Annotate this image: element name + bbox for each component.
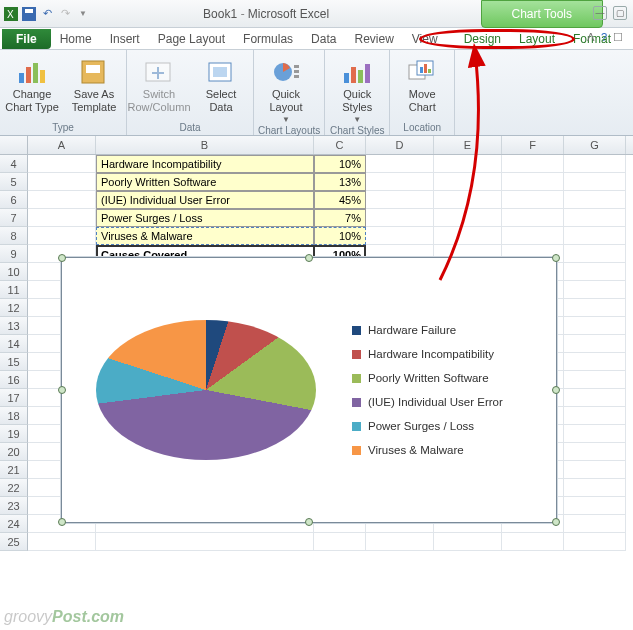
row-header[interactable]: 9 [0,245,28,263]
cell[interactable] [434,173,502,191]
cell[interactable] [564,461,626,479]
cell[interactable] [564,515,626,533]
cell[interactable] [28,209,96,227]
row-header[interactable]: 6 [0,191,28,209]
cell[interactable] [502,155,564,173]
cell[interactable] [502,209,564,227]
col-header-c[interactable]: C [314,136,366,154]
cell[interactable] [564,227,626,245]
row-header[interactable]: 11 [0,281,28,299]
tab-file[interactable]: File [2,29,51,49]
cell[interactable] [434,227,502,245]
col-header-g[interactable]: G [564,136,626,154]
minimize-button[interactable]: — [593,6,607,20]
cell[interactable]: (IUE) Individual User Error [96,191,314,209]
cell[interactable] [502,191,564,209]
cell[interactable] [564,155,626,173]
row-header[interactable]: 18 [0,407,28,425]
cell[interactable] [502,533,564,551]
legend-item[interactable]: Viruses & Malware [352,438,503,462]
cell[interactable] [434,533,502,551]
legend-item[interactable]: (IUE) Individual User Error [352,390,503,414]
cell[interactable]: 45% [314,191,366,209]
legend-item[interactable]: Hardware Incompatibility [352,342,503,366]
cell[interactable] [564,281,626,299]
cell[interactable]: Power Surges / Loss [96,209,314,227]
cell[interactable] [564,443,626,461]
col-header-e[interactable]: E [434,136,502,154]
qat-dropdown-icon[interactable]: ▼ [76,7,90,21]
undo-icon[interactable]: ↶ [40,7,54,21]
row-header[interactable]: 4 [0,155,28,173]
cell[interactable] [366,533,434,551]
cell[interactable] [314,533,366,551]
worksheet[interactable]: A B C D E F G 4Hardware Incompatibility1… [0,136,633,551]
select-data-button[interactable]: Select Data [193,52,249,121]
row-header[interactable]: 15 [0,353,28,371]
col-header-d[interactable]: D [366,136,434,154]
cell[interactable] [564,317,626,335]
window-close-icon[interactable]: ☐ [613,31,623,44]
save-as-template-button[interactable]: Save As Template [66,52,122,121]
row-header[interactable]: 24 [0,515,28,533]
chart-legend[interactable]: Hardware FailureHardware Incompatibility… [352,318,503,462]
restore-button[interactable]: ▢ [613,6,627,20]
minimize-ribbon-icon[interactable]: ᐱ [587,31,595,44]
cell[interactable] [434,155,502,173]
tab-page-layout[interactable]: Page Layout [149,29,234,49]
row-header[interactable]: 20 [0,443,28,461]
cell[interactable] [564,389,626,407]
legend-item[interactable]: Power Surges / Loss [352,414,503,438]
cell[interactable]: 10% [314,155,366,173]
cell[interactable] [28,155,96,173]
cell[interactable] [366,209,434,227]
cell[interactable] [564,245,626,263]
cell[interactable] [564,425,626,443]
move-chart-button[interactable]: Move Chart [394,52,450,121]
cell[interactable] [564,191,626,209]
col-header-b[interactable]: B [96,136,314,154]
cell[interactable] [502,173,564,191]
tab-data[interactable]: Data [302,29,345,49]
excel-app-icon[interactable]: X [4,7,18,21]
cell[interactable] [366,227,434,245]
cell[interactable] [564,299,626,317]
select-all-corner[interactable] [0,136,28,154]
row-header[interactable]: 17 [0,389,28,407]
cell[interactable]: Hardware Incompatibility [96,155,314,173]
tab-review[interactable]: Review [345,29,402,49]
cell[interactable]: 7% [314,209,366,227]
cell[interactable] [564,173,626,191]
cell[interactable] [96,533,314,551]
tab-insert[interactable]: Insert [101,29,149,49]
cell[interactable] [434,191,502,209]
redo-icon[interactable]: ↷ [58,7,72,21]
row-header[interactable]: 14 [0,335,28,353]
quick-layout-button[interactable]: Quick Layout ▼ [258,52,314,124]
cell[interactable] [28,227,96,245]
row-header[interactable]: 23 [0,497,28,515]
change-chart-type-button[interactable]: Change Chart Type [4,52,60,121]
col-header-a[interactable]: A [28,136,96,154]
cell[interactable] [564,353,626,371]
row-header[interactable]: 25 [0,533,28,551]
tab-view[interactable]: View [403,29,447,49]
row-header[interactable]: 13 [0,317,28,335]
cell[interactable]: 13% [314,173,366,191]
quick-styles-button[interactable]: Quick Styles ▼ [329,52,385,124]
row-header[interactable]: 5 [0,173,28,191]
row-header[interactable]: 21 [0,461,28,479]
cell[interactable] [28,533,96,551]
cell[interactable] [28,173,96,191]
cell[interactable] [564,407,626,425]
save-icon[interactable] [22,7,36,21]
cell[interactable]: 10% [314,227,366,245]
cell[interactable] [564,497,626,515]
tab-formulas[interactable]: Formulas [234,29,302,49]
row-header[interactable]: 8 [0,227,28,245]
row-header[interactable]: 19 [0,425,28,443]
cell[interactable] [564,479,626,497]
col-header-f[interactable]: F [502,136,564,154]
row-header[interactable]: 22 [0,479,28,497]
cell[interactable] [564,533,626,551]
